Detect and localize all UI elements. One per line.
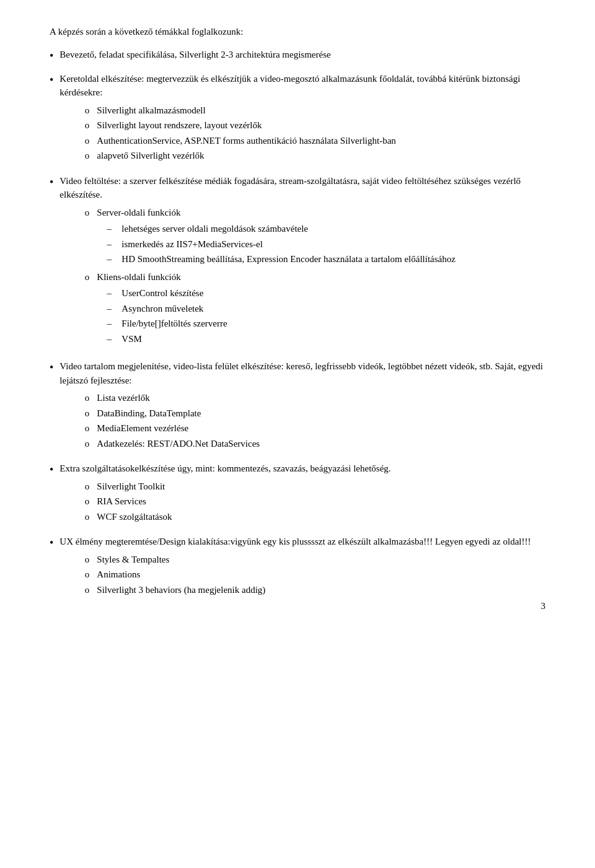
bullet-dot: • — [50, 48, 53, 64]
dash-list: – lehetséges server oldali megoldások sz… — [97, 222, 545, 266]
bullet-text: Extra szolgáltatásokelkészítése úgy, min… — [60, 462, 545, 527]
list-item: • Keretoldal elkészítése: megtervezzük é… — [50, 72, 545, 167]
bullet-dot: • — [50, 174, 53, 191]
sub-list-item: o alapvető Silverlight vezérlők — [60, 149, 545, 163]
sub-text: MediaElement vezérlése — [97, 421, 545, 436]
bullet-text: UX élmény megteremtése/Design kialakítás… — [60, 535, 545, 600]
sub-list: o Styles & Tempaltes o Animations o Silv… — [60, 553, 545, 597]
dash-list-item: – File/byte[]feltöltés szerverre — [97, 317, 545, 331]
sub-marker: o — [60, 510, 97, 524]
sub-marker: o — [60, 437, 97, 451]
dash-list-item: – UserControl készítése — [97, 286, 545, 300]
main-bullet-list: • Bevezető, feladat specifikálása, Silve… — [50, 48, 545, 601]
sub-list-item: o Silverlight 3 behaviors (ha megjelenik… — [60, 583, 545, 597]
sub-marker: o — [60, 568, 97, 582]
sub-text: WCF szolgáltatások — [97, 510, 545, 524]
sub-marker: o — [60, 583, 97, 597]
dash-marker: – — [97, 252, 121, 266]
sub-list-item: o Silverlight alkalmazásmodell — [60, 103, 545, 118]
sub-list-item: o AuthenticationService, ASP.NET forms a… — [60, 134, 545, 148]
intro-heading: A képzés során a következő témákkal fogl… — [50, 25, 545, 39]
dash-text: VSM — [121, 332, 545, 346]
sub-text: alapvető Silverlight vezérlők — [97, 149, 545, 163]
sub-text: DataBinding, DataTemplate — [97, 406, 545, 421]
sub-text: Silverlight Toolkit — [97, 480, 545, 494]
sub-list-item: o RIA Services — [60, 494, 545, 509]
dash-marker: – — [97, 317, 121, 331]
dash-list-item: – Asynchron műveletek — [97, 302, 545, 316]
dash-marker: – — [97, 332, 121, 346]
bullet-text: Keretoldal elkészítése: megtervezzük és … — [60, 72, 545, 167]
dash-text: Asynchron műveletek — [121, 302, 545, 316]
sub-marker: o — [60, 406, 97, 421]
dash-text: ismerkedés az IIS7+MediaServices-el — [121, 237, 545, 252]
bullet-dot: • — [50, 462, 53, 478]
list-item: • UX élmény megteremtése/Design kialakít… — [50, 535, 545, 600]
list-item: • Bevezető, feladat specifikálása, Silve… — [50, 48, 545, 64]
bullet-text: Video feltöltése: a szerver felkészítése… — [60, 174, 545, 353]
page-number: 3 — [541, 599, 546, 613]
dash-list-item: – VSM — [97, 332, 545, 346]
sub-text: Silverlight alkalmazásmodell — [97, 103, 545, 118]
sub-marker: o — [60, 480, 97, 494]
sub-text: Silverlight 3 behaviors (ha megjelenik a… — [97, 583, 545, 597]
list-item: • Extra szolgáltatásokelkészítése úgy, m… — [50, 462, 545, 527]
dash-text: lehetséges server oldali megoldások szám… — [121, 222, 545, 236]
dash-list-item: – lehetséges server oldali megoldások sz… — [97, 222, 545, 236]
page-content: A képzés során a következő témákkal fogl… — [50, 25, 545, 600]
bullet-dot: • — [50, 72, 53, 89]
sub-text: Silverlight layout rendszere, layout vez… — [97, 118, 545, 133]
sub-marker: o — [60, 149, 97, 163]
sub-marker: o — [60, 103, 97, 118]
sub-list: o Silverlight alkalmazásmodell o Silverl… — [60, 103, 545, 163]
sub-text: Adatkezelés: REST/ADO.Net DataServices — [97, 437, 545, 451]
sub-text: Lista vezérlők — [97, 391, 545, 405]
sub-marker: o — [60, 118, 97, 133]
dash-list-item: – ismerkedés az IIS7+MediaServices-el — [97, 237, 545, 252]
dash-marker: – — [97, 222, 121, 236]
sub-list: o Server-oldali funkciók – lehetséges se… — [60, 206, 545, 349]
sub-marker: o — [60, 391, 97, 405]
dash-text: File/byte[]feltöltés szerverre — [121, 317, 545, 331]
sub-list: o Lista vezérlők o DataBinding, DataTemp… — [60, 391, 545, 450]
bullet-text: Bevezető, feladat specifikálása, Silverl… — [60, 48, 545, 62]
sub-text: Server-oldali funkciók – lehetséges serv… — [97, 206, 545, 269]
sub-list-item: o Lista vezérlők — [60, 391, 545, 405]
sub-marker: o — [60, 270, 97, 284]
sub-list-item: o DataBinding, DataTemplate — [60, 406, 545, 421]
sub-list-item: o WCF szolgáltatások — [60, 510, 545, 524]
list-item: • Video tartalom megjelenítése, video-li… — [50, 359, 545, 454]
bullet-text: Video tartalom megjelenítése, video-list… — [60, 359, 545, 454]
sub-text: Kliens-oldali funkciók – UserControl kés… — [97, 270, 545, 349]
dash-list: – UserControl készítése – Asynchron műve… — [97, 286, 545, 346]
sub-list-item: o Silverlight layout rendszere, layout v… — [60, 118, 545, 133]
sub-list-item: o Server-oldali funkciók – lehetséges se… — [60, 206, 545, 269]
sub-list-item: o Animations — [60, 568, 545, 582]
sub-list-item: o Styles & Tempaltes — [60, 553, 545, 567]
dash-list-item: – HD SmoothStreaming beállítása, Express… — [97, 252, 545, 266]
sub-marker: o — [60, 494, 97, 509]
sub-text: Styles & Tempaltes — [97, 553, 545, 567]
sub-marker: o — [60, 134, 97, 148]
bullet-dot: • — [50, 535, 53, 551]
dash-text: UserControl készítése — [121, 286, 545, 300]
dash-text: HD SmoothStreaming beállítása, Expressio… — [121, 252, 545, 266]
dash-marker: – — [97, 237, 121, 252]
sub-marker: o — [60, 421, 97, 436]
dash-marker: – — [97, 286, 121, 300]
dash-marker: – — [97, 302, 121, 316]
sub-text: Animations — [97, 568, 545, 582]
sub-marker: o — [60, 206, 97, 220]
sub-list-item: o Silverlight Toolkit — [60, 480, 545, 494]
sub-list-item: o Kliens-oldali funkciók – UserControl k… — [60, 270, 545, 349]
sub-list-item: o MediaElement vezérlése — [60, 421, 545, 436]
sub-list-item: o Adatkezelés: REST/ADO.Net DataServices — [60, 437, 545, 451]
sub-text: AuthenticationService, ASP.NET forms aut… — [97, 134, 545, 148]
sub-text: RIA Services — [97, 494, 545, 509]
bullet-dot: • — [50, 359, 53, 376]
sub-list: o Silverlight Toolkit o RIA Services o W… — [60, 480, 545, 524]
sub-marker: o — [60, 553, 97, 567]
list-item: • Video feltöltése: a szerver felkészíté… — [50, 174, 545, 353]
